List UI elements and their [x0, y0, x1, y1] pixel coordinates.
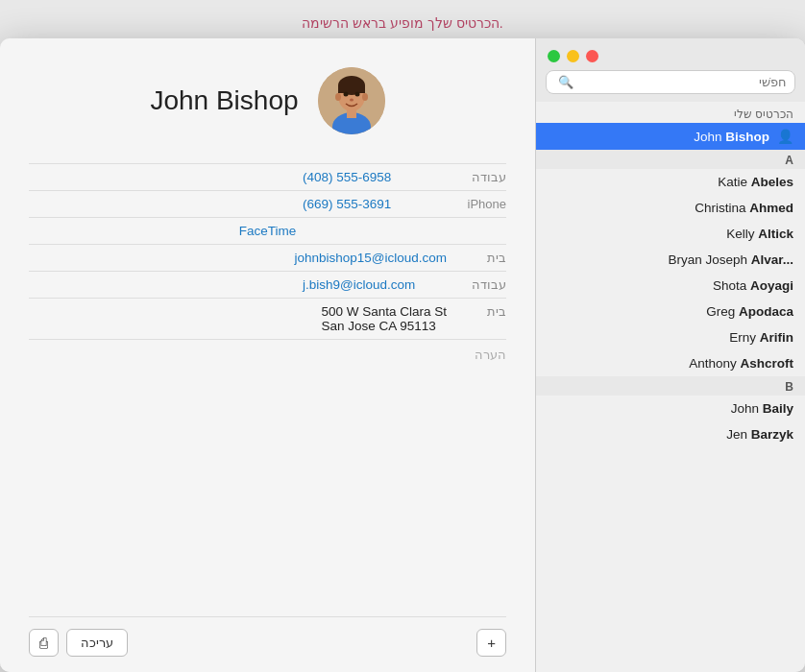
- section-letter-b: B: [536, 376, 805, 396]
- home-email-value[interactable]: johnbishop15@icloud.com: [294, 251, 447, 265]
- search-wrap: 🔍: [546, 70, 795, 94]
- window-controls: [536, 38, 805, 70]
- contact-name: John Bishop: [150, 85, 298, 116]
- list-item-christina-ahmed[interactable]: Christina Ahmed: [536, 195, 805, 221]
- first-name: Shota: [713, 278, 750, 293]
- last-name: Arifin: [760, 330, 793, 345]
- first-name: John: [731, 401, 763, 416]
- add-button[interactable]: +: [476, 629, 506, 657]
- work-email-label: עבודה: [458, 277, 506, 292]
- svg-point-6: [343, 92, 348, 97]
- tooltip-bar: .הכרטיס שלך מופיע בראש הרשימה: [0, 8, 805, 36]
- last-name: Abeles: [751, 175, 793, 189]
- list-item-name: Erny Arifin: [729, 330, 793, 345]
- last-name: Alvar...: [751, 252, 793, 267]
- list-item-name: Kelly Altick: [726, 227, 793, 241]
- search-icon: 🔍: [558, 75, 573, 89]
- facetime-value[interactable]: FaceTime: [29, 224, 506, 238]
- search-input[interactable]: [573, 75, 787, 89]
- list-item-john-baily[interactable]: John Baily: [536, 396, 805, 421]
- list-item-name: Katie Abeles: [718, 175, 793, 189]
- contact-list-panel: 🔍 הכרטיס שלי John Bishop 👤 A Katie Abele…: [536, 38, 805, 672]
- toolbar-left: ⎙ עריכה: [29, 629, 128, 657]
- tooltip-text: .הכרטיס שלך מופיע בראש הרשימה: [302, 15, 502, 31]
- last-name: Altick: [758, 227, 793, 241]
- list-item-shota-aoyagi[interactable]: Shota Aoyagi: [536, 273, 805, 299]
- note-label: הערה: [475, 348, 506, 362]
- facetime-row: FaceTime: [29, 218, 506, 245]
- avatar: [318, 67, 385, 134]
- bottom-toolbar: ⎙ עריכה +: [29, 616, 506, 672]
- edit-button[interactable]: עריכה: [66, 629, 128, 657]
- app-window: John Bishop: [0, 38, 805, 672]
- iphone-value: (669) 555-3691: [303, 197, 447, 211]
- list-item-erny-arifin[interactable]: Erny Arifin: [536, 324, 805, 350]
- list-item-anthony-ashcroft[interactable]: Anthony Ashcroft: [536, 350, 805, 376]
- svg-rect-10: [347, 108, 356, 118]
- contact-header: John Bishop: [29, 67, 506, 134]
- maximize-button[interactable]: [548, 50, 560, 62]
- address-label: בית: [458, 304, 506, 319]
- list-item-name: Greg Apodaca: [706, 304, 793, 319]
- svg-point-8: [350, 99, 354, 102]
- plus-icon: +: [487, 635, 496, 651]
- list-item-greg-apodaca[interactable]: Greg Apodaca: [536, 299, 805, 324]
- section-letter-a: A: [536, 150, 805, 169]
- first-name: Katie: [718, 175, 751, 189]
- svg-rect-3: [338, 85, 365, 93]
- address-value: 500 W Santa Clara St San Jose CA 95113: [321, 304, 447, 333]
- first-name: Kelly: [726, 227, 758, 241]
- list-item-name: Jen Barzyk: [726, 427, 793, 442]
- share-button[interactable]: ⎙: [29, 629, 59, 657]
- last-name: Ashcroft: [740, 356, 793, 371]
- last-name: Barzyk: [751, 427, 793, 442]
- minimize-button[interactable]: [567, 50, 579, 62]
- list-item-john-bishop[interactable]: John Bishop 👤: [536, 123, 805, 150]
- list-item-name: John Bishop: [694, 130, 769, 144]
- list-item-katie-abeles[interactable]: Katie Abeles: [536, 169, 805, 195]
- contact-fields: (408) 555-6958 עבודה (669) 555-3691 iPho…: [29, 163, 506, 616]
- field-work-phone: (408) 555-6958 עבודה: [29, 163, 506, 191]
- work-phone-value: (408) 555-6958: [303, 170, 447, 184]
- last-name: Apodaca: [739, 304, 793, 319]
- first-name: Christina: [695, 201, 749, 215]
- svg-point-7: [354, 92, 359, 97]
- work-phone-label: עבודה: [458, 170, 506, 184]
- list-item-name: Anthony Ashcroft: [689, 356, 793, 371]
- list-item-name: Shota Aoyagi: [713, 278, 793, 293]
- address-line2: San Jose CA 95113: [321, 319, 447, 333]
- list-item-name: Christina Ahmed: [695, 201, 793, 215]
- first-name: Anthony: [689, 356, 740, 371]
- field-home-email: johnbishop15@icloud.com בית: [29, 245, 506, 272]
- first-name: Jen: [726, 427, 751, 442]
- field-work-email: j.bish9@icloud.com עבודה: [29, 272, 506, 299]
- my-cards-header: הכרטיס שלי: [536, 102, 805, 123]
- list-item-name: Bryan Joseph Alvar...: [668, 252, 793, 267]
- last-name: Bishop: [725, 130, 769, 144]
- list-items: הכרטיס שלי John Bishop 👤 A Katie Abeles …: [536, 102, 805, 672]
- list-item-kelly-altick[interactable]: Kelly Altick: [536, 221, 805, 247]
- home-email-label: בית: [458, 251, 506, 265]
- first-name: John: [694, 130, 725, 144]
- list-item-bryan-alvar[interactable]: Bryan Joseph Alvar...: [536, 247, 805, 273]
- last-name: Aoyagi: [750, 278, 793, 293]
- last-name: Ahmed: [749, 201, 793, 215]
- list-item-name: John Baily: [731, 401, 793, 416]
- first-name: Bryan Joseph: [668, 252, 750, 267]
- field-address: 500 W Santa Clara St San Jose CA 95113 ב…: [29, 299, 506, 340]
- list-item-jen-barzyk[interactable]: Jen Barzyk: [536, 421, 805, 447]
- search-bar: 🔍: [536, 70, 805, 102]
- svg-point-4: [335, 93, 341, 101]
- last-name: Baily: [763, 401, 793, 416]
- close-button[interactable]: [586, 50, 598, 62]
- share-icon: ⎙: [39, 635, 48, 651]
- first-name: Greg: [706, 304, 739, 319]
- field-iphone: (669) 555-3691 iPhone: [29, 191, 506, 218]
- field-note: הערה: [29, 340, 506, 370]
- svg-point-5: [362, 93, 368, 101]
- first-name: Erny: [729, 330, 760, 345]
- work-email-value[interactable]: j.bish9@icloud.com: [303, 277, 447, 292]
- address-line1: 500 W Santa Clara St: [321, 304, 447, 319]
- contact-detail-panel: John Bishop: [0, 38, 536, 672]
- user-icon: 👤: [777, 129, 793, 144]
